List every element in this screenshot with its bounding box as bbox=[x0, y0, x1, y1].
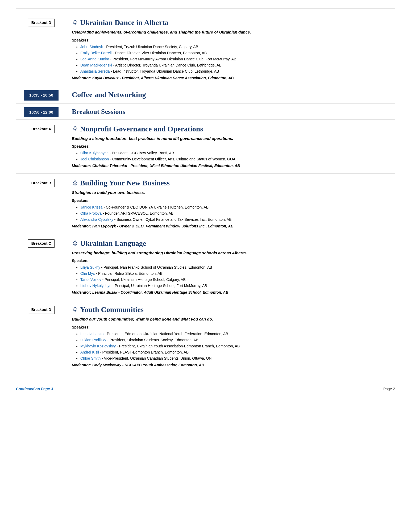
speakers-label-a: Speakers: bbox=[72, 144, 395, 149]
content-breakout-d-dance: ♤ Ukrainian Dance in Alberta Celebrating… bbox=[67, 17, 395, 81]
trident-icon-c: ♤ bbox=[72, 238, 78, 248]
speaker-list-youth: Inna Ivchenko - President, Edmonton Ukra… bbox=[72, 331, 395, 361]
speaker-list-b: Janice Krissa - Co-Founder & CEO DON'YA … bbox=[72, 205, 395, 222]
session-title-a: ♤ Nonprofit Governance and Operations bbox=[72, 123, 395, 135]
speaker-name: Liliya Sukhy bbox=[80, 265, 100, 269]
session-breakout-b: Breakout B ♤ Building Your New Business … bbox=[16, 174, 395, 234]
list-item: Andrei Kisil - President, PLAST-Edmonton… bbox=[80, 350, 395, 355]
session-subtitle-c: Preserving heritage: building and streng… bbox=[72, 250, 395, 256]
speakers-label-dance: Speakers: bbox=[72, 38, 395, 43]
label-col-breakout-d-dance: Breakout D bbox=[16, 17, 67, 81]
speaker-name: Taras Voitkiv bbox=[80, 277, 101, 282]
speaker-list-c: Liliya Sukhy - Principal, Ivan Franko Sc… bbox=[72, 265, 395, 289]
footer-continued: Continued on Page 3 bbox=[16, 386, 53, 392]
breakout-c-label: Breakout C bbox=[28, 239, 55, 248]
speaker-name: John Stadnyk bbox=[80, 45, 103, 49]
session-title-b: ♤ Building Your New Business bbox=[72, 177, 395, 189]
session-title-dance: ♤ Ukrainian Dance in Alberta bbox=[72, 17, 395, 28]
list-item: Olia Myc - Principal, Ridna Shkola, Edmo… bbox=[80, 271, 395, 276]
speaker-name: Dean Mackedenski bbox=[80, 63, 112, 67]
list-item: John Stadnyk - President, Tryzub Ukraini… bbox=[80, 44, 395, 50]
speaker-name: Chloe Smith bbox=[80, 356, 101, 360]
speaker-name: Lukian Podilsky bbox=[80, 338, 106, 342]
session-subtitle-a: Building a strong foundation: best pract… bbox=[72, 136, 395, 142]
speakers-label-c: Speakers: bbox=[72, 258, 395, 264]
list-item: Dean Mackedenski - Artistic Director, Tr… bbox=[80, 63, 395, 68]
session-breakout-sessions: 10:50 - 12:00 Breakout Sessions bbox=[16, 104, 395, 120]
speakers-label-b: Speakers: bbox=[72, 198, 395, 203]
breakout-sessions-time-label: 10:50 - 12:00 bbox=[24, 107, 59, 118]
speaker-name: Mykhaylo Kozlovskyy bbox=[80, 344, 116, 348]
session-coffee: 10:35 - 10:50 Coffee and Networking bbox=[16, 86, 395, 104]
speakers-label-youth: Speakers: bbox=[72, 325, 395, 330]
breakout-a-label: Breakout A bbox=[28, 125, 55, 133]
trident-icon-youth: ♤ bbox=[72, 305, 78, 315]
speaker-name: Olia Myc bbox=[80, 271, 95, 276]
content-breakout-b: ♤ Building Your New Business Strategies … bbox=[67, 177, 395, 229]
speaker-name: Janice Krissa bbox=[80, 205, 102, 209]
speaker-name: Emily Belke-Farrell bbox=[80, 51, 111, 55]
coffee-time-label: 10:35 - 10:50 bbox=[24, 90, 59, 101]
speaker-list-dance: John Stadnyk - President, Tryzub Ukraini… bbox=[72, 44, 395, 74]
list-item: Chloe Smith - Vice-President, Ukrainian … bbox=[80, 356, 395, 361]
session-breakout-d-youth: Breakout D ♤ Youth Communities Building … bbox=[16, 300, 395, 373]
list-item: Joel Christianson - Community Developmen… bbox=[80, 156, 395, 162]
speaker-name: Alexandra Cybulsky bbox=[80, 217, 113, 222]
session-title-c: ♤ Ukrainian Language bbox=[72, 238, 395, 249]
content-breakout-d-youth: ♤ Youth Communities Building our youth c… bbox=[67, 304, 395, 368]
coffee-title: Coffee and Networking bbox=[72, 86, 395, 103]
speaker-name: Olha Frolova bbox=[80, 211, 102, 215]
session-subtitle-dance: Celebrating achievements, overcoming cha… bbox=[72, 29, 395, 35]
list-item: Lukian Podilsky - President, Ukrainian S… bbox=[80, 337, 395, 343]
session-breakout-d-dance: Breakout D ♤ Ukrainian Dance in Alberta … bbox=[16, 13, 395, 86]
trident-icon-b: ♤ bbox=[72, 178, 78, 188]
list-item: Liliya Sukhy - Principal, Ivan Franko Sc… bbox=[80, 265, 395, 270]
list-item: Janice Krissa - Co-Founder & CEO DON'YA … bbox=[80, 205, 395, 210]
label-col-breakout-a: Breakout A bbox=[16, 123, 67, 169]
footer-page: Page 2 bbox=[383, 386, 395, 392]
label-col-breakout-sessions: 10:50 - 12:00 bbox=[16, 106, 67, 118]
label-col-breakout-b: Breakout B bbox=[16, 177, 67, 229]
moderator-c: Moderator: Leanna Buzak - Coordinator, A… bbox=[72, 290, 395, 295]
speaker-name: Lee-Anne Kumka bbox=[80, 57, 109, 61]
session-subtitle-b: Strategies to build your own business. bbox=[72, 190, 395, 196]
speaker-name: Liubov Nykolyshyn bbox=[80, 284, 111, 288]
speaker-name: Anastasia Sereda bbox=[80, 69, 110, 73]
moderator-a: Moderator: Christine Teterenko - Preside… bbox=[72, 163, 395, 169]
list-item: Alexandra Cybulsky - Business Owner, Cyb… bbox=[80, 217, 395, 222]
list-item: Taras Voitkiv - Principal, Ukrainian Her… bbox=[80, 277, 395, 282]
speaker-name: Andrei Kisil bbox=[80, 350, 99, 354]
content-breakout-sessions: Breakout Sessions bbox=[67, 104, 395, 119]
label-col-breakout-c: Breakout C bbox=[16, 238, 67, 296]
breakout-d-youth-label: Breakout D bbox=[28, 306, 55, 314]
speaker-list-a: Olha Kulybanych - President, UCC Bow Val… bbox=[72, 150, 395, 162]
label-col-breakout-d-youth: Breakout D bbox=[16, 304, 67, 368]
list-item: Anastasia Sereda - Lead Instructor, Troy… bbox=[80, 69, 395, 74]
speaker-name: Olha Kulybanych bbox=[80, 151, 109, 155]
list-item: Olha Kulybanych - President, UCC Bow Val… bbox=[80, 150, 395, 156]
breakout-b-label: Breakout B bbox=[28, 179, 55, 187]
content-coffee: Coffee and Networking bbox=[67, 86, 395, 103]
list-item: Mykhaylo Kozlovskyy - President, Ukraini… bbox=[80, 343, 395, 349]
speaker-name: Inna Ivchenko bbox=[80, 332, 103, 336]
speaker-name: Joel Christianson bbox=[80, 157, 109, 161]
label-col-coffee: 10:35 - 10:50 bbox=[16, 89, 67, 101]
moderator-dance: Moderator: Kayla Deveaux - President, Al… bbox=[72, 75, 395, 81]
session-subtitle-youth: Building our youth communities; what is … bbox=[72, 316, 395, 322]
footer: Continued on Page 3 Page 2 bbox=[16, 384, 395, 392]
list-item: Liubov Nykolyshyn - Principal, Ukrainian… bbox=[80, 283, 395, 289]
list-item: Lee-Anne Kumka - President, Fort McMurra… bbox=[80, 56, 395, 62]
session-breakout-c: Breakout C ♤ Ukrainian Language Preservi… bbox=[16, 234, 395, 301]
list-item: Olha Frolova - Founder, ARTSPACESOL, Edm… bbox=[80, 211, 395, 216]
session-title-youth: ♤ Youth Communities bbox=[72, 304, 395, 315]
list-item: Emily Belke-Farrell - Dance Director, Vi… bbox=[80, 50, 395, 56]
list-item: Inna Ivchenko - President, Edmonton Ukra… bbox=[80, 331, 395, 337]
breakout-d-dance-label: Breakout D bbox=[28, 19, 55, 27]
session-breakout-a: Breakout A ♤ Nonprofit Governance and Op… bbox=[16, 120, 395, 174]
moderator-youth: Moderator: Cody Mackoway - UCC-APC Youth… bbox=[72, 362, 395, 368]
moderator-b: Moderator: Ivan Lypovyk - Owner & CEO, P… bbox=[72, 223, 395, 229]
breakout-sessions-title: Breakout Sessions bbox=[72, 104, 395, 119]
trident-icon-a: ♤ bbox=[72, 124, 78, 134]
trident-icon-dance: ♤ bbox=[72, 18, 78, 28]
content-breakout-a: ♤ Nonprofit Governance and Operations Bu… bbox=[67, 123, 395, 169]
